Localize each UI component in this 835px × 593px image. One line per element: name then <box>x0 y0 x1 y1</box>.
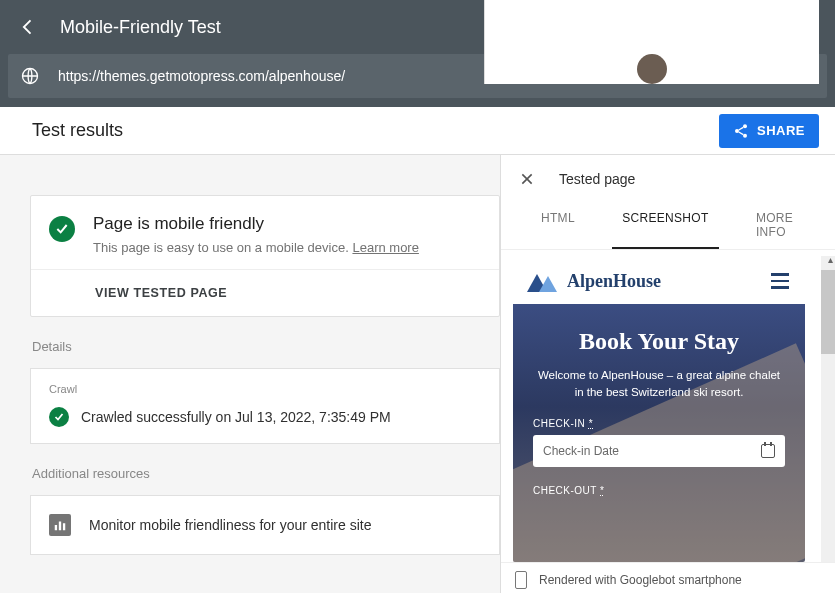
smartphone-icon <box>515 571 527 589</box>
additional-resources-label: Additional resources <box>32 466 500 481</box>
apps-grid-icon[interactable] <box>640 12 664 36</box>
tested-page-label: Tested page <box>559 171 635 187</box>
site-logo[interactable]: AlpenHouse <box>527 270 661 292</box>
crawl-card: Crawl Crawled successfully on Jul 13, 20… <box>30 368 500 444</box>
svg-point-3 <box>650 16 653 19</box>
svg-rect-16 <box>59 522 61 531</box>
crawl-status-text: Crawled successfully on Jul 13, 2022, 7:… <box>81 409 391 425</box>
additional-resources-card[interactable]: Monitor mobile friendliness for your ent… <box>30 495 500 555</box>
svg-point-7 <box>657 22 660 25</box>
svg-point-12 <box>743 124 747 128</box>
bar-chart-icon <box>49 514 71 536</box>
crawl-heading: Crawl <box>49 383 481 395</box>
app-title: Mobile-Friendly Test <box>60 17 484 38</box>
view-tested-page-button[interactable]: VIEW TESTED PAGE <box>31 269 499 316</box>
svg-point-9 <box>650 29 653 32</box>
site-brand-name: AlpenHouse <box>567 271 661 292</box>
results-title: Test results <box>32 120 123 141</box>
learn-more-link[interactable]: Learn more <box>352 240 418 255</box>
scrollbar-track[interactable]: ▴ <box>821 256 835 562</box>
globe-icon <box>18 64 42 88</box>
calendar-icon <box>761 444 775 458</box>
svg-point-5 <box>644 22 647 25</box>
scrollbar-thumb[interactable] <box>821 270 835 354</box>
scroll-up-arrow-icon[interactable]: ▴ <box>828 254 833 265</box>
checkin-label: CHECK-IN * <box>533 418 785 429</box>
svg-point-6 <box>650 22 653 25</box>
hero-subtitle: Welcome to AlpenHouse – a great alpine c… <box>533 367 785 400</box>
svg-point-4 <box>657 16 660 19</box>
hero-title: Book Your Stay <box>533 328 785 355</box>
svg-point-13 <box>735 129 739 133</box>
app-header: Mobile-Friendly Test ? <box>0 0 835 54</box>
mobile-preview: AlpenHouse Book Your Stay Welcome to Alp… <box>513 258 805 562</box>
rendered-footer: Rendered with Googlebot smartphone <box>501 562 835 593</box>
share-icon <box>733 123 749 139</box>
close-icon[interactable] <box>517 169 537 189</box>
checkmark-icon <box>49 216 75 242</box>
status-subtext: This page is easy to use on a mobile dev… <box>93 240 419 255</box>
tab-html[interactable]: HTML <box>531 203 585 249</box>
tab-more-info[interactable]: MORE INFO <box>746 203 835 249</box>
svg-point-2 <box>644 16 647 19</box>
share-label: SHARE <box>757 123 805 138</box>
side-tabs: HTML SCREENSHOT MORE INFO <box>501 203 835 250</box>
checkin-date-input[interactable]: Check-in Date <box>533 435 785 467</box>
details-label: Details <box>32 339 500 354</box>
svg-point-10 <box>657 29 660 32</box>
hamburger-menu-icon[interactable] <box>771 273 789 289</box>
logo-mountains-icon <box>527 270 557 292</box>
side-panel: Tested page HTML SCREENSHOT MORE INFO Al… <box>500 155 835 593</box>
status-heading: Page is mobile friendly <box>93 214 419 234</box>
checkout-label: CHECK-OUT * <box>533 485 785 496</box>
monitor-text: Monitor mobile friendliness for your ent… <box>89 517 371 533</box>
tested-url[interactable]: https://themes.getmotopress.com/alpenhou… <box>58 68 793 84</box>
tab-screenshot[interactable]: SCREENSHOT <box>612 203 718 249</box>
results-bar: Test results SHARE <box>0 107 835 155</box>
svg-point-14 <box>743 133 747 137</box>
share-button[interactable]: SHARE <box>719 114 819 148</box>
reload-icon[interactable] <box>793 64 817 88</box>
svg-point-8 <box>644 29 647 32</box>
status-card: Page is mobile friendly This page is eas… <box>30 195 500 317</box>
checkin-placeholder: Check-in Date <box>543 444 619 458</box>
svg-rect-15 <box>55 525 57 530</box>
checkmark-icon <box>49 407 69 427</box>
back-arrow-icon[interactable] <box>16 15 40 39</box>
svg-rect-17 <box>63 523 65 530</box>
rendered-text: Rendered with Googlebot smartphone <box>539 573 742 587</box>
